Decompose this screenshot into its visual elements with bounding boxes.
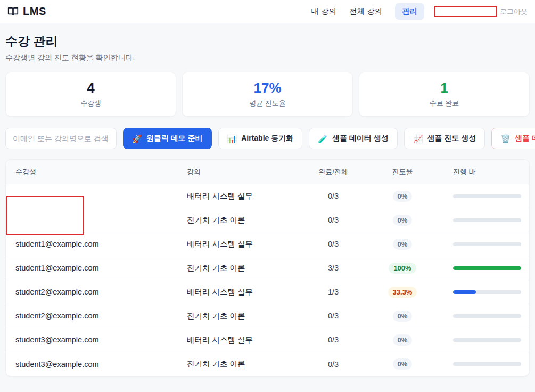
col-header-percent: 진도율 [363,167,442,177]
completed-total: 0/3 [304,240,363,248]
redaction-box-student-emails [6,196,84,235]
col-header-progress-bar: 진행 바 [442,167,520,177]
table-body: 배터리 시스템 실무 0/3 0% 전기차 기초 이론 0/3 0% stude… [6,184,529,376]
student-email: student2@example.com [15,312,187,320]
student-email: student2@example.com [15,288,187,296]
open-book-icon [7,6,19,17]
completed-total: 1/3 [304,288,363,296]
completed-total: 0/3 [304,336,363,344]
course-name: 전기차 기초 이론 [187,215,304,225]
search-input[interactable] [5,128,117,149]
progress-bar-track [453,362,521,366]
student-email: student3@example.com [15,336,187,344]
col-header-ratio: 완료/전체 [304,167,363,177]
sample-data-create-button[interactable]: 🧪 샘플 데이터 생성 [309,128,398,149]
stat-label: 수강생 [80,99,101,108]
progress-bar [442,218,521,222]
progress-percent-badge: 100% [389,263,416,274]
progress-bar-fill [453,266,521,270]
page-title: 수강 관리 [5,33,530,50]
progress-bar-track [453,194,521,198]
progress-bar-track [453,266,521,270]
progress-bar [442,242,521,246]
stat-card-completed: 1 수료 완료 [359,72,530,117]
nav-item-admin[interactable]: 관리 [395,3,424,20]
progress-bar-track [453,242,521,246]
toolbar: 🚀 원클릭 데모 준비 📊 Airtable 동기화 🧪 샘플 데이터 생성 📈… [5,128,530,149]
stat-label: 평균 진도율 [249,99,286,108]
table-row: student2@example.com 배터리 시스템 실무 1/3 33.3… [6,280,529,304]
table-row: student3@example.com 전기차 기초 이론 0/3 0% [6,352,529,376]
sample-progress-create-button[interactable]: 📈 샘플 진도 생성 [404,128,485,149]
sample-data-reset-button[interactable]: 🗑️ 샘플 데이터 초기화 [491,128,535,149]
progress-percent-badge: 0% [393,191,413,202]
button-label: 샘플 데이터 생성 [332,134,389,143]
redaction-box-user-email [434,6,497,17]
completed-total: 0/3 [304,312,363,320]
course-name: 배터리 시스템 실무 [187,239,304,249]
completed-total: 0/3 [304,192,363,200]
progress-percent-badge: 0% [393,334,413,346]
rocket-icon: 🚀 [132,135,142,143]
top-navbar: LMS 내 강의 전체 강의 관리 로그아웃 [0,0,535,23]
student-email: student1@example.com [15,264,187,272]
completed-total: 0/3 [304,216,363,224]
logout-button[interactable]: 로그아웃 [500,7,528,17]
student-email: student3@example.com [15,360,187,369]
progress-bar [442,290,521,294]
table-header-row: 수강생 강의 완료/전체 진도율 진행 바 [6,160,529,184]
chart-up-icon: 📈 [413,135,423,143]
progress-bar [442,338,521,342]
stat-value: 1 [440,80,448,96]
table-row: student3@example.com 배터리 시스템 실무 0/3 0% [6,328,529,352]
enrollment-table: 수강생 강의 완료/전체 진도율 진행 바 배터리 시스템 실무 0/3 0% … [5,159,530,377]
page-subtitle: 수강생별 강의 진도 현황을 확인합니다. [5,53,530,63]
progress-bar-fill [453,290,476,294]
col-header-student: 수강생 [15,167,187,177]
app-title: LMS [23,5,46,18]
stat-value: 4 [87,80,94,96]
stat-cards: 4 수강생 17% 평균 진도율 1 수료 완료 [5,72,530,117]
nav-item-my-courses[interactable]: 내 강의 [311,6,336,17]
progress-percent-badge: 0% [393,311,413,322]
course-name: 배터리 시스템 실무 [187,287,304,297]
course-name: 전기차 기초 이론 [187,359,304,369]
progress-bar [442,194,521,198]
progress-percent-badge: 0% [393,358,413,370]
course-name: 배터리 시스템 실무 [187,335,304,345]
nav-item-all-courses[interactable]: 전체 강의 [349,6,382,17]
progress-percent-badge: 0% [393,239,413,250]
test-tube-icon: 🧪 [318,135,328,143]
student-email: student1@example.com [15,240,187,248]
button-label: 원클릭 데모 준비 [146,134,203,143]
button-label: 샘플 진도 생성 [427,134,476,143]
stat-label: 수료 완료 [430,99,459,108]
table-row: student1@example.com 배터리 시스템 실무 0/3 0% [6,232,529,256]
table-row: 배터리 시스템 실무 0/3 0% [6,184,529,208]
stat-card-avg-progress: 17% 평균 진도율 [182,72,353,117]
progress-percent-badge: 33.3% [388,287,417,298]
progress-bar [442,266,521,270]
bar-chart-icon: 📊 [227,135,237,143]
button-label: 샘플 데이터 초기화 [515,134,535,143]
table-row: student2@example.com 전기차 기초 이론 0/3 0% [6,304,529,328]
stat-value: 17% [253,80,281,96]
progress-percent-badge: 0% [393,215,413,226]
progress-bar-track [453,314,521,318]
course-name: 전기차 기초 이론 [187,311,304,321]
completed-total: 0/3 [304,360,363,369]
progress-bar-track [453,218,521,222]
progress-bar [442,362,521,366]
table-row: student1@example.com 전기차 기초 이론 3/3 100% [6,256,529,280]
button-label: Airtable 동기화 [241,134,293,143]
progress-bar [442,314,521,318]
progress-bar-track [453,290,521,294]
table-row: 전기차 기초 이론 0/3 0% [6,208,529,232]
trash-icon: 🗑️ [500,135,511,143]
app-logo[interactable]: LMS [7,5,46,18]
one-click-demo-button[interactable]: 🚀 원클릭 데모 준비 [123,128,212,149]
airtable-sync-button[interactable]: 📊 Airtable 동기화 [218,128,303,149]
col-header-course: 강의 [187,167,304,177]
progress-bar-track [453,338,521,342]
stat-card-students: 4 수강생 [5,72,176,117]
